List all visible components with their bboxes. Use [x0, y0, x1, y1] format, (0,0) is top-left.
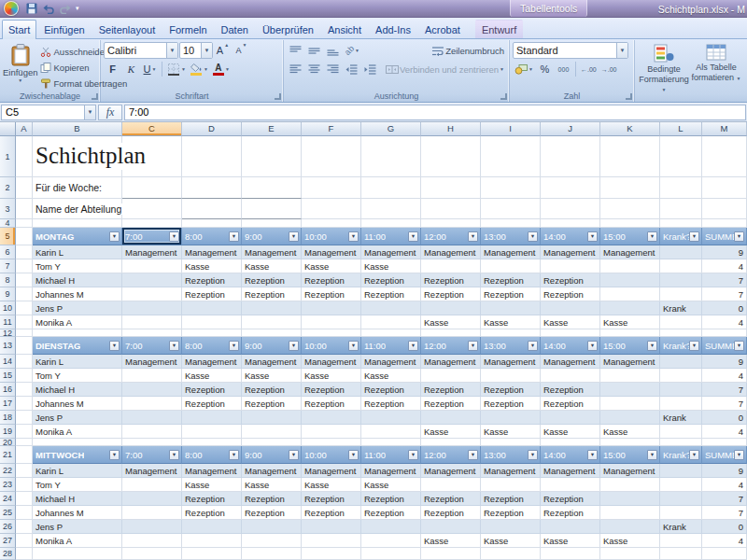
cell[interactable] — [600, 219, 660, 228]
row-header-25[interactable]: 25 — [0, 506, 16, 520]
fill-color-button[interactable]: ▼ — [189, 61, 210, 77]
shift-cell[interactable]: Kasse — [242, 478, 302, 492]
tab--berpr-fen[interactable]: Überprüfen — [256, 20, 320, 38]
shift-cell[interactable]: Management — [600, 245, 660, 259]
shift-cell[interactable]: Rezeption — [182, 273, 242, 287]
cell[interactable] — [302, 548, 361, 560]
shift-cell[interactable] — [122, 520, 182, 534]
cell[interactable] — [600, 439, 660, 446]
employee-name-cell[interactable]: Monika A — [33, 534, 122, 548]
shift-cell[interactable] — [361, 301, 421, 315]
shift-cell[interactable] — [481, 478, 541, 492]
summe-cell[interactable]: 9 — [702, 464, 747, 478]
cell[interactable] — [702, 439, 747, 446]
shift-cell[interactable] — [361, 411, 421, 425]
time-header-cell[interactable]: 9:00▼ — [242, 337, 302, 355]
tab-daten[interactable]: Daten — [215, 20, 255, 38]
cell[interactable] — [33, 439, 122, 446]
krank-cell[interactable] — [660, 369, 702, 383]
shift-cell[interactable] — [122, 301, 182, 315]
filter-dropdown-icon[interactable]: ▼ — [289, 341, 299, 351]
undo-button[interactable] — [41, 2, 56, 16]
row-header-18[interactable]: 18 — [0, 411, 16, 425]
column-header-I[interactable]: I — [481, 122, 541, 136]
employee-name-cell[interactable]: Michael H — [33, 492, 122, 506]
shift-cell[interactable]: Kasse — [302, 369, 361, 383]
filter-dropdown-icon[interactable]: ▼ — [689, 231, 699, 242]
shift-cell[interactable]: Management — [361, 464, 421, 478]
shift-cell[interactable] — [302, 425, 361, 439]
shift-cell[interactable]: Rezeption — [421, 506, 481, 520]
cell[interactable] — [16, 548, 33, 560]
cell[interactable] — [481, 199, 541, 219]
shift-cell[interactable] — [421, 301, 481, 315]
shift-cell[interactable] — [242, 301, 302, 315]
cell[interactable] — [16, 337, 33, 355]
shift-cell[interactable]: Kasse — [182, 259, 242, 273]
shift-cell[interactable]: Rezeption — [242, 492, 302, 506]
shift-cell[interactable] — [122, 259, 182, 273]
cell[interactable] — [122, 329, 182, 337]
krank-cell[interactable]: Krank — [660, 301, 702, 315]
wrap-text-button[interactable]: Zeilenumbruch — [430, 42, 506, 59]
cell[interactable] — [122, 219, 182, 228]
row-header-16[interactable]: 16 — [0, 383, 16, 397]
summe-header-cell[interactable]: SUMME▼ — [702, 337, 747, 355]
employee-name-cell[interactable]: Tom Y — [33, 478, 122, 492]
cell[interactable] — [421, 199, 481, 219]
cell[interactable] — [702, 199, 747, 219]
orientation-button[interactable]: ab▼ — [343, 42, 361, 59]
shift-cell[interactable]: Rezeption — [302, 492, 361, 506]
cell[interactable] — [16, 411, 33, 425]
cell[interactable] — [242, 219, 302, 228]
paste-button[interactable]: Einfügen ▼ — [3, 42, 38, 90]
row-header-6[interactable]: 6 — [0, 245, 16, 259]
cell[interactable] — [481, 136, 541, 177]
cell[interactable] — [182, 219, 242, 228]
shift-cell[interactable]: Management — [481, 355, 541, 369]
shift-cell[interactable] — [242, 534, 302, 548]
shift-cell[interactable] — [541, 259, 600, 273]
row-header-7[interactable]: 7 — [0, 259, 16, 273]
time-header-cell[interactable]: 15:00▼ — [600, 446, 660, 464]
shift-cell[interactable]: Rezeption — [541, 397, 600, 411]
shift-cell[interactable]: Management — [182, 355, 242, 369]
employee-name-cell[interactable]: Michael H — [33, 383, 122, 397]
cell[interactable] — [600, 136, 660, 177]
shift-cell[interactable]: Rezeption — [302, 397, 361, 411]
summe-cell[interactable]: 0 — [702, 411, 747, 425]
row-header-3[interactable]: 3 — [0, 199, 16, 219]
summe-cell[interactable]: 4 — [702, 369, 747, 383]
cell[interactable] — [421, 329, 481, 337]
name-box[interactable]: C5▼ — [1, 105, 96, 120]
shift-cell[interactable]: Kasse — [481, 425, 541, 439]
cell[interactable] — [421, 439, 481, 446]
increase-indent-button[interactable] — [361, 61, 379, 77]
bold-button[interactable]: F — [104, 61, 121, 77]
row-header-21[interactable]: 21 — [0, 446, 16, 464]
cell[interactable] — [541, 177, 600, 199]
cell[interactable] — [600, 548, 660, 560]
shrink-font-button[interactable]: A▼ — [233, 42, 250, 59]
shift-cell[interactable]: Rezeption — [541, 506, 600, 520]
cell[interactable] — [242, 199, 302, 219]
filter-dropdown-icon[interactable]: ▼ — [528, 231, 538, 242]
filter-dropdown-icon[interactable]: ▼ — [689, 450, 699, 460]
shift-cell[interactable] — [122, 425, 182, 439]
chevron-down-icon[interactable]: ▼ — [616, 43, 627, 58]
filter-dropdown-icon[interactable]: ▼ — [468, 450, 478, 460]
shift-cell[interactable]: Kasse — [600, 534, 660, 548]
shift-cell[interactable]: Rezeption — [182, 383, 242, 397]
dialog-launcher-icon[interactable] — [500, 93, 507, 100]
shift-cell[interactable]: Management — [481, 464, 541, 478]
align-right-button[interactable] — [324, 61, 342, 77]
krank-cell[interactable] — [660, 355, 702, 369]
time-header-cell[interactable]: 8:00▼ — [182, 446, 242, 464]
align-middle-button[interactable] — [305, 42, 323, 59]
cell[interactable] — [361, 219, 421, 228]
time-header-cell[interactable]: 11:00▼ — [361, 337, 421, 355]
time-header-cell[interactable]: 13:00▼ — [481, 446, 541, 464]
krank-header-cell[interactable]: Krank?▼ — [660, 337, 702, 355]
time-header-cell[interactable]: 12:00▼ — [421, 446, 481, 464]
shift-cell[interactable]: Management — [302, 245, 361, 259]
